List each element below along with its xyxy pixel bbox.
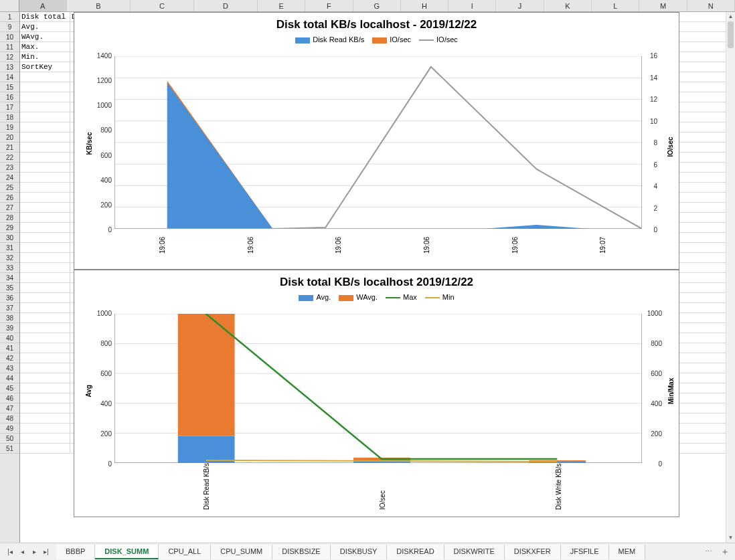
- cell-A15[interactable]: [20, 82, 70, 92]
- row-header-23[interactable]: 23: [0, 163, 19, 173]
- chart-disk-total-summary[interactable]: Disk total KB/s localhost 2019/12/22 Avg…: [74, 270, 679, 517]
- cell-A32[interactable]: [20, 253, 70, 262]
- row-header-33[interactable]: 33: [0, 263, 19, 273]
- cell-A28[interactable]: [20, 213, 70, 222]
- cell-A12[interactable]: Min.: [20, 52, 70, 62]
- cell-A31[interactable]: [20, 243, 70, 252]
- sheet-tab-jfsfile[interactable]: JFSFILE: [561, 545, 609, 559]
- row-header-50[interactable]: 50: [0, 434, 19, 444]
- row-header-51[interactable]: 51: [0, 444, 19, 454]
- row-header-31[interactable]: 31: [0, 243, 19, 253]
- cell-A1[interactable]: Disk total: [20, 12, 70, 21]
- cell-A47[interactable]: [20, 403, 70, 413]
- row-header-24[interactable]: 24: [0, 173, 19, 183]
- row-header-30[interactable]: 30: [0, 233, 19, 243]
- row-header-29[interactable]: 29: [0, 223, 19, 233]
- cell-A16[interactable]: [20, 92, 70, 102]
- cell-A23[interactable]: [20, 163, 70, 172]
- cell-A38[interactable]: [20, 313, 70, 322]
- cell-A49[interactable]: [20, 424, 70, 433]
- row-header-28[interactable]: 28: [0, 213, 19, 223]
- row-header-47[interactable]: 47: [0, 403, 19, 413]
- row-header-36[interactable]: 36: [0, 293, 19, 303]
- cell-A21[interactable]: [20, 143, 70, 152]
- cell-A14[interactable]: [20, 72, 70, 82]
- column-header-N[interactable]: N: [687, 0, 735, 11]
- row-header-43[interactable]: 43: [0, 363, 19, 373]
- cell-A22[interactable]: [20, 153, 70, 162]
- sheet-tab-bbbp[interactable]: BBBP: [56, 545, 95, 559]
- row-header-15[interactable]: 15: [0, 82, 19, 92]
- row-header-37[interactable]: 37: [0, 303, 19, 313]
- cell-A46[interactable]: [20, 393, 70, 403]
- row-header-22[interactable]: 22: [0, 153, 19, 163]
- column-header-A[interactable]: A: [19, 0, 67, 11]
- cell-A19[interactable]: [20, 122, 70, 132]
- cell-A30[interactable]: [20, 233, 70, 242]
- cell-A37[interactable]: [20, 303, 70, 312]
- column-header-K[interactable]: K: [544, 0, 592, 11]
- cell-A35[interactable]: [20, 283, 70, 292]
- cell-A33[interactable]: [20, 263, 70, 272]
- spreadsheet-grid[interactable]: Disk totalDisk Read KB/IO/secDisk Write …: [20, 12, 735, 543]
- row-header-38[interactable]: 38: [0, 313, 19, 323]
- column-header-H[interactable]: H: [401, 0, 448, 11]
- cell-A42[interactable]: [20, 353, 70, 363]
- row-header-16[interactable]: 16: [0, 92, 19, 102]
- add-sheet-button[interactable]: ＋: [715, 546, 735, 558]
- select-all-corner[interactable]: [0, 0, 19, 11]
- tab-nav-first[interactable]: |◂: [4, 546, 16, 558]
- row-header-45[interactable]: 45: [0, 383, 19, 393]
- row-header-10[interactable]: 10: [0, 32, 19, 42]
- column-header-M[interactable]: M: [639, 0, 687, 11]
- cell-A29[interactable]: [20, 223, 70, 232]
- sheet-tab-diskxfer[interactable]: DISKXFER: [505, 545, 561, 559]
- scroll-down-button[interactable]: ▼: [726, 533, 735, 543]
- row-header-26[interactable]: 26: [0, 193, 19, 203]
- tab-nav-next[interactable]: ▸: [28, 546, 40, 558]
- row-header-41[interactable]: 41: [0, 343, 19, 353]
- row-header-12[interactable]: 12: [0, 52, 19, 62]
- cell-A24[interactable]: [20, 173, 70, 182]
- vertical-scrollbar[interactable]: ▲ ▼: [726, 12, 735, 543]
- column-header-G[interactable]: G: [353, 0, 401, 11]
- cell-A11[interactable]: Max.: [20, 42, 70, 52]
- row-header-25[interactable]: 25: [0, 183, 19, 193]
- row-header-18[interactable]: 18: [0, 112, 19, 122]
- tab-more-icon[interactable]: ⋯: [702, 547, 715, 556]
- row-header-44[interactable]: 44: [0, 373, 19, 383]
- row-header-19[interactable]: 19: [0, 122, 19, 132]
- row-header-14[interactable]: 14: [0, 72, 19, 82]
- sheet-tab-disk_summ[interactable]: DISK_SUMM: [95, 545, 159, 559]
- cell-A25[interactable]: [20, 183, 70, 192]
- row-header-40[interactable]: 40: [0, 333, 19, 343]
- cell-A40[interactable]: [20, 333, 70, 343]
- sheet-tab-diskread[interactable]: DISKREAD: [387, 545, 444, 559]
- sheet-tab-diskwrite[interactable]: DISKWRITE: [444, 545, 505, 559]
- scroll-up-button[interactable]: ▲: [726, 12, 735, 21]
- row-header-21[interactable]: 21: [0, 143, 19, 153]
- row-header-49[interactable]: 49: [0, 424, 19, 434]
- cell-A50[interactable]: [20, 434, 70, 443]
- row-header-34[interactable]: 34: [0, 273, 19, 283]
- scroll-thumb[interactable]: [728, 21, 734, 48]
- row-header-11[interactable]: 11: [0, 42, 19, 52]
- cell-A18[interactable]: [20, 112, 70, 122]
- row-header-48[interactable]: 48: [0, 413, 19, 424]
- cell-A43[interactable]: [20, 363, 70, 373]
- column-header-B[interactable]: B: [67, 0, 131, 11]
- column-header-F[interactable]: F: [305, 0, 353, 11]
- cell-A17[interactable]: [20, 102, 70, 112]
- sheet-tab-mem[interactable]: MEM: [609, 545, 646, 559]
- row-header-20[interactable]: 20: [0, 132, 19, 143]
- row-header-1[interactable]: 1: [0, 12, 19, 22]
- sheet-tab-diskbusy[interactable]: DISKBUSY: [331, 545, 388, 559]
- cell-A44[interactable]: [20, 373, 70, 383]
- cell-A51[interactable]: [20, 444, 70, 453]
- cell-A45[interactable]: [20, 383, 70, 393]
- chart-disk-total-timeseries[interactable]: Disk total KB/s localhost - 2019/12/22 D…: [74, 12, 679, 270]
- cell-A9[interactable]: Avg.: [20, 22, 70, 31]
- cell-A48[interactable]: [20, 413, 70, 423]
- cell-A20[interactable]: [20, 132, 70, 142]
- tab-nav-last[interactable]: ▸|: [40, 546, 52, 558]
